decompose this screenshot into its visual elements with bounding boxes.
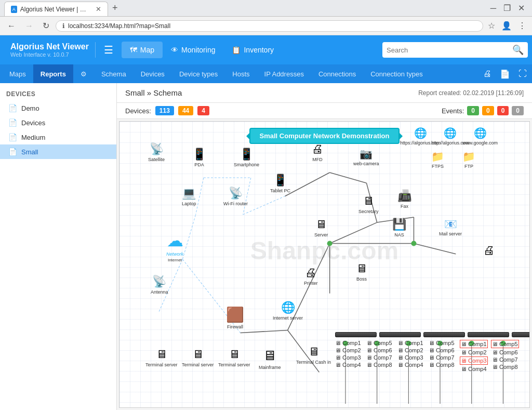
map-icon: 🗺 [130,46,137,54]
star-icon[interactable]: ☆ [486,19,497,32]
close-button[interactable]: ✕ [515,2,528,14]
forward-button[interactable]: → [22,19,36,33]
main-layout: Devices 📄 Demo 📄 Devices 📄 Medium 📄 Smal… [0,83,532,410]
device-google: 🌐 www.google.com [462,127,498,146]
breadcrumb-separator: » [147,88,154,97]
switch-bar-3 [423,332,465,337]
report-info: Report created: 02.02.2019 [11:26:09] [418,89,524,97]
sidebar-item-medium[interactable]: 📄 Medium [0,130,116,144]
sub-nav-connection-types[interactable]: Connection types [363,64,430,83]
nav-monitoring-label: Monitoring [181,46,215,54]
back-button[interactable]: ← [4,19,19,33]
app-version: Web Interface v. 10.0.7 [10,51,89,58]
device-wifi-router: 📡 Wi-Fi router [223,187,248,206]
device-tablet: 📱 Tablet PC [270,174,290,193]
sub-nav-settings[interactable]: ⚙ [73,64,94,83]
app-logo: Algorius Net Viewer Web Interface v. 10.… [4,42,96,58]
computer-cluster-4: 🖥 Comp5 🖥 Comp6 🖥 Comp7 🖥 Comp8 [429,340,455,368]
devices-icon: 📄 [8,118,17,127]
device-count-red: 4 [197,106,209,115]
minimize-button[interactable]: ─ [487,3,499,14]
device-fax: 📠 Fax [397,189,411,209]
url-text: localhost:3234/Map.html?map=Small [68,22,170,30]
sub-nav-schema[interactable]: Schema [94,64,134,83]
search-icon[interactable]: 🔍 [512,44,524,56]
sidebar-item-small[interactable]: 📄 Small [0,144,116,159]
sub-nav-reports[interactable]: Reports [33,64,73,83]
sub-nav-hosts[interactable]: Hosts [225,64,257,83]
device-terminal-server-3: 🖥 Terminal server [218,348,250,367]
sidebar-section: Devices 📄 Demo 📄 Devices 📄 Medium 📄 Smal… [0,83,116,163]
nav-item-monitoring[interactable]: 👁 Monitoring [163,42,223,58]
event-badge-2: 0 [482,106,494,115]
browser-tab-bar: A Algorius Net Viewer | Schema ✕ + ─ ❐ ✕ [0,0,532,17]
print-button[interactable]: 🖨 [480,67,495,81]
sub-nav-connections[interactable]: Connections [311,64,363,83]
device-pda: 📱 PDA [192,148,206,167]
new-tab-button[interactable]: + [108,3,122,14]
device-secretary: 🖥 Secretary [358,194,379,214]
watermark: Shanpc.com [250,236,398,264]
svg-point-25 [327,241,332,246]
computer-cluster-6: 🖥 Comp5 🖥 Comp6 🖥 Comp7 🖥 Comp8 [491,340,519,370]
breadcrumb-map: Small [125,88,145,97]
medium-icon: 📄 [8,133,17,141]
device-terminal-cash: 🖥 Terminal Cash in [296,345,331,365]
content-header: Small » Schema Report created: 02.02.201… [117,83,532,103]
computer-cluster-2: 🖥 Comp5 🖥 Comp6 🖥 Comp7 🖥 Comp8 [366,340,392,368]
sidebar-item-demo[interactable]: 📄 Demo [0,101,116,115]
device-internet-server: 🌐 Internet server [273,301,303,321]
device-rack-printer: 🖨 [483,244,495,258]
tab-close-icon[interactable]: ✕ [96,6,101,12]
device-count-orange: 44 [178,106,193,115]
nav-item-map[interactable]: 🗺 Map [122,42,163,58]
svg-line-4 [182,215,195,259]
address-bar-row: ← → ↻ ℹ localhost:3234/Map.html?map=Smal… [0,17,532,35]
url-bar[interactable]: ℹ localhost:3234/Map.html?map=Small [56,20,483,32]
svg-line-11 [330,222,377,243]
schema-area[interactable]: Shanpc.com Small Computer Network Demons… [119,121,530,408]
sub-nav-device-types[interactable]: Device types [172,64,225,83]
search-input[interactable] [387,46,509,54]
sidebar-item-devices[interactable]: 📄 Devices [0,115,116,130]
sub-nav-devices[interactable]: Devices [134,64,172,83]
device-ftps: 📁 FTPS [431,150,444,169]
sub-nav-ip-addresses[interactable]: IP Addresses [257,64,311,83]
maximize-button[interactable]: ❐ [500,2,514,14]
device-firewall: 🟫 Firewall [226,306,244,329]
menu-icon[interactable]: ⋮ [516,19,528,32]
devices-bar: Devices: 113 44 4 Events: 0 0 0 0 [117,103,532,119]
search-box: 🔍 [382,42,528,58]
devices-bar-label: Devices: [125,107,151,115]
device-nas: 💾 NAS [392,218,406,237]
device-ftp: 📁 FTP [462,150,475,169]
export-button[interactable]: 📄 [497,67,513,81]
svg-line-18 [414,244,456,254]
sub-nav: Maps Reports ⚙ Schema Devices Device typ… [0,64,532,83]
small-label: Small [21,148,38,156]
tab-title: Algorius Net Viewer | Schema [20,6,89,13]
device-boss: 🖥 Boss [356,262,367,282]
sub-nav-maps[interactable]: Maps [2,64,33,83]
computer-cluster-5: 🖥 Comp1 🖥 Comp2 🖥 Comp3 🖥 Comp4 [460,340,488,372]
sidebar-section-title: Devices [0,87,116,101]
switch-bar-1 [335,332,377,337]
sidebar: Devices 📄 Demo 📄 Devices 📄 Medium 📄 Smal… [0,83,117,410]
breadcrumb-page: Schema [153,88,182,97]
nav-item-inventory[interactable]: 📋 Inventory [223,42,282,58]
breadcrumb: Small » Schema [125,88,182,97]
events-label: Events: [442,107,464,115]
hamburger-button[interactable]: ☰ [100,42,117,58]
fullscreen-button[interactable]: ⛶ [515,67,530,81]
account-icon[interactable]: 👤 [500,19,513,32]
diagram-title: Small Computer Network Demonstration [249,128,400,144]
svg-line-1 [196,178,204,215]
svg-line-3 [243,196,285,215]
device-count-total: 113 [155,106,174,115]
refresh-button[interactable]: ↻ [39,19,52,33]
active-browser-tab[interactable]: A Algorius Net Viewer | Schema ✕ [4,2,108,16]
browser-window: A Algorius Net Viewer | Schema ✕ + ─ ❐ ✕… [0,0,532,35]
svg-point-26 [411,241,416,246]
sub-nav-right-icons: 🖨 📄 ⛶ [480,67,530,81]
nav-map-label: Map [140,46,154,54]
